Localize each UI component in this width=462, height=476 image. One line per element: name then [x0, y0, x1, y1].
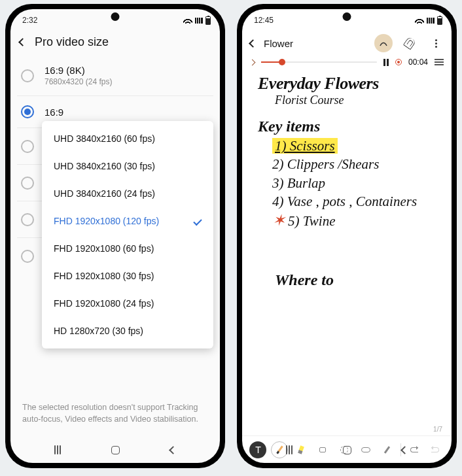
status-time: 12:45	[254, 16, 274, 25]
phone-right: 12:45 Flower	[237, 4, 457, 468]
expand-player-icon[interactable]	[249, 59, 256, 65]
list-item-label: 5) Twine	[288, 213, 336, 229]
dropdown-item[interactable]: FHD 1920x1080 (30 fps)	[42, 262, 213, 290]
highlighted-text: 1) Scissors	[272, 138, 338, 154]
page-title: Pro video size	[35, 35, 109, 49]
audio-player: 00:04	[242, 55, 452, 71]
front-camera	[111, 12, 120, 21]
item-sub: 7680x4320 (24 fps)	[44, 77, 112, 86]
note-header: Flower	[242, 31, 452, 55]
signal-icon	[427, 18, 435, 24]
system-navbar	[10, 437, 220, 463]
battery-icon	[205, 16, 211, 25]
note-section: Key items	[258, 118, 440, 135]
dropdown-label: FHD 1920x1080 (60 fps)	[54, 243, 154, 254]
handwriting-toggle-icon[interactable]	[374, 34, 393, 52]
dropdown-item[interactable]: UHD 3840x2160 (24 fps)	[42, 180, 213, 207]
status-time: 2:32	[22, 16, 37, 25]
phone-left: 2:32 Pro video size 16:9 (8K) 7680x4320 …	[5, 4, 225, 468]
more-button[interactable]	[427, 34, 445, 52]
radio-icon[interactable]	[21, 140, 34, 153]
status-icons	[415, 16, 442, 25]
wifi-icon	[183, 17, 192, 24]
page-indicator: 1/7	[433, 426, 442, 433]
list-item: 4) Vase , pots , Containers	[272, 194, 440, 209]
footer-note: The selected resolution doesn't support …	[10, 396, 220, 432]
list-item: 2) Clippers /Shears	[272, 156, 440, 172]
dropdown-label: UHD 3840x2160 (60 fps)	[54, 133, 155, 144]
player-time: 00:04	[408, 58, 428, 67]
player-list-icon[interactable]	[435, 59, 444, 65]
front-camera	[343, 12, 351, 21]
note-subheading: Florist Course	[275, 94, 440, 107]
back-button[interactable]	[169, 446, 177, 454]
system-navbar	[242, 437, 452, 463]
dropdown-label: FHD 1920x1080 (24 fps)	[54, 298, 154, 309]
star-icon: ✶	[272, 212, 285, 229]
attachment-button[interactable]	[400, 34, 419, 52]
note-title: Flower	[264, 38, 366, 49]
dropdown-item[interactable]: UHD 3840x2160 (60 fps)	[42, 125, 213, 152]
dropdown-label: HD 1280x720 (30 fps)	[54, 326, 143, 336]
recents-button[interactable]	[286, 445, 293, 454]
more-icon	[435, 39, 437, 48]
radio-icon[interactable]	[21, 69, 34, 82]
dropdown-label: UHD 3840x2160 (24 fps)	[54, 188, 155, 199]
check-icon	[193, 216, 202, 225]
status-icons	[183, 16, 211, 25]
record-button[interactable]	[395, 59, 402, 65]
dropdown-item[interactable]: HD 1280x720 (30 fps)	[42, 317, 213, 345]
list-item[interactable]: 16:9 (8K) 7680x4320 (24 fps)	[17, 56, 213, 96]
back-icon[interactable]	[249, 39, 257, 48]
wifi-icon	[415, 17, 424, 24]
home-button[interactable]	[111, 446, 120, 454]
note-section: Where to	[275, 271, 440, 289]
dropdown-label: FHD 1920x1080 (120 fps)	[54, 216, 159, 226]
signal-icon	[195, 18, 203, 24]
battery-icon	[437, 16, 442, 25]
screen-right: 12:45 Flower	[242, 9, 452, 463]
track-thumb[interactable]	[279, 59, 285, 65]
back-button[interactable]	[400, 446, 409, 454]
note-heading: Everyday Flowers	[258, 75, 440, 92]
dropdown-item[interactable]: FHD 1920x1080 (60 fps)	[42, 235, 213, 262]
radio-icon[interactable]	[21, 250, 34, 263]
page-header: Pro video size	[10, 31, 220, 56]
screen-left: 2:32 Pro video size 16:9 (8K) 7680x4320 …	[10, 9, 220, 463]
note-canvas[interactable]: Everyday Flowers Florist Course Key item…	[242, 71, 452, 435]
list-item: 3) Burlap	[272, 175, 440, 191]
list-item: ✶5) Twine	[272, 212, 440, 230]
dropdown-label: UHD 3840x2160 (30 fps)	[54, 161, 155, 171]
radio-icon[interactable]	[21, 105, 34, 118]
radio-icon[interactable]	[21, 213, 34, 226]
resolution-dropdown: UHD 3840x2160 (60 fps) UHD 3840x2160 (30…	[42, 121, 213, 348]
audio-track[interactable]	[261, 61, 377, 63]
radio-icon[interactable]	[21, 177, 34, 190]
pause-button[interactable]	[383, 59, 389, 66]
back-icon[interactable]	[18, 38, 27, 46]
dropdown-item[interactable]: FHD 1920x1080 (24 fps)	[42, 290, 213, 317]
attachment-icon	[403, 36, 417, 50]
dropdown-item[interactable]: UHD 3840x2160 (30 fps)	[42, 152, 213, 180]
dropdown-label: FHD 1920x1080 (30 fps)	[54, 271, 154, 281]
home-button[interactable]	[343, 446, 351, 454]
list-item: 1) Scissors	[272, 138, 440, 154]
item-title: 16:9 (8K)	[44, 65, 112, 76]
item-title: 16:9	[44, 107, 63, 118]
recents-button[interactable]	[54, 445, 61, 454]
dropdown-item[interactable]: FHD 1920x1080 (120 fps)	[42, 207, 213, 235]
